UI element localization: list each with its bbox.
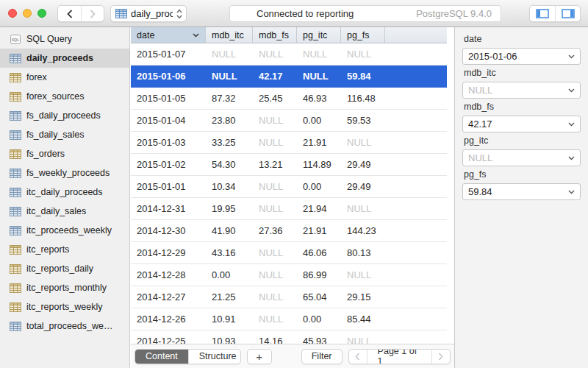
table-cell[interactable]: 29.15 — [341, 291, 385, 302]
sidebar-item-itc_daily_proceeds[interactable]: SQL itc_daily_proceeds — [0, 183, 129, 202]
table-cell[interactable]: 2014-12-31 — [131, 203, 206, 214]
sidebar-item-forex[interactable]: SQL forex — [0, 68, 129, 87]
table-cell[interactable]: 29.49 — [341, 181, 385, 192]
column-header-date[interactable]: date — [131, 27, 206, 43]
minimize-button[interactable] — [23, 9, 32, 18]
table-cell[interactable]: 21.91 — [297, 225, 341, 236]
table-cell[interactable]: 13.21 — [253, 159, 297, 170]
table-cell[interactable]: 45.93 — [297, 336, 341, 344]
table-row[interactable]: 2015-01-0333.25NULL21.91NULL — [131, 132, 447, 154]
table-cell[interactable]: 85.44 — [341, 314, 385, 325]
table-cell[interactable]: NULL — [253, 203, 297, 214]
back-button[interactable] — [58, 6, 81, 21]
table-row[interactable]: 2014-12-3119.95NULL21.94NULL — [131, 198, 447, 220]
table-cell[interactable]: 10.91 — [206, 314, 253, 325]
sidebar-item-fs_orders[interactable]: SQL fs_orders — [0, 144, 129, 163]
table-cell[interactable]: NULL — [341, 269, 385, 280]
table-cell[interactable]: 2014-12-28 — [131, 269, 206, 280]
table-cell[interactable]: NULL — [253, 247, 297, 258]
sidebar-item-forex_sources[interactable]: SQL forex_sources — [0, 87, 129, 106]
table-cell[interactable]: NULL — [341, 49, 385, 60]
table-cell[interactable]: 41.90 — [206, 225, 253, 236]
table-selector-dropdown[interactable]: daily_proceeds — [110, 5, 187, 22]
sidebar-item-itc_reports_daily[interactable]: SQL itc_reports_daily — [0, 259, 129, 278]
table-cell[interactable]: NULL — [253, 137, 297, 148]
table-cell[interactable]: 0.00 — [297, 314, 341, 325]
table-row[interactable]: 2015-01-06NULL42.17NULL59.84 — [131, 66, 447, 88]
table-cell[interactable]: NULL — [206, 49, 253, 60]
inspector-field-date[interactable]: 2015-01-06 — [462, 48, 581, 65]
table-cell[interactable]: NULL — [341, 336, 385, 344]
table-cell[interactable]: 14.16 — [253, 336, 297, 344]
table-cell[interactable]: 2014-12-26 — [131, 314, 206, 325]
table-cell[interactable]: 2015-01-07 — [131, 49, 206, 60]
column-header-pg_fs[interactable]: pg_fs — [341, 27, 385, 43]
table-cell[interactable]: 65.04 — [297, 291, 341, 302]
table-cell[interactable]: 21.91 — [297, 137, 341, 148]
table-row[interactable]: 2014-12-2943.16NULL46.0680.13 — [131, 242, 447, 264]
table-cell[interactable]: NULL — [297, 49, 341, 60]
table-cell[interactable]: 27.36 — [253, 225, 297, 236]
table-cell[interactable]: 2015-01-05 — [131, 93, 206, 104]
table-cell[interactable]: 0.00 — [206, 269, 253, 280]
table-cell[interactable]: 2014-12-30 — [131, 225, 206, 236]
table-cell[interactable]: 59.53 — [341, 115, 385, 126]
close-button[interactable] — [8, 9, 17, 18]
table-row[interactable]: 2014-12-2721.25NULL65.0429.15 — [131, 286, 447, 308]
table-cell[interactable]: NULL — [206, 71, 253, 82]
sidebar-item-itc_reports_monthly[interactable]: SQL itc_reports_monthly — [0, 278, 129, 297]
table-row[interactable]: 2014-12-280.00NULL86.99NULL — [131, 264, 447, 286]
table-cell[interactable]: 87.32 — [206, 93, 253, 104]
inspector-field-pg_itc[interactable]: NULL — [462, 149, 581, 166]
table-cell[interactable]: 2015-01-06 — [131, 71, 206, 82]
table-cell[interactable]: 33.25 — [206, 137, 253, 148]
sidebar-item-daily_proceeds[interactable]: SQL daily_proceeds — [0, 49, 129, 68]
sidebar-item-itc_daily_sales[interactable]: SQL itc_daily_sales — [0, 202, 129, 221]
table-cell[interactable]: 46.93 — [297, 93, 341, 104]
table-row[interactable]: 2015-01-0254.3013.21114.8929.49 — [131, 154, 447, 176]
table-cell[interactable]: 0.00 — [297, 115, 341, 126]
table-row[interactable]: 2014-12-3041.9027.3621.91144.23 — [131, 220, 447, 242]
previous-page-button[interactable] — [349, 350, 367, 364]
table-cell[interactable]: 59.84 — [341, 71, 385, 82]
sidebar-item-fs_weekly_proceeds[interactable]: SQL fs_weekly_proceeds — [0, 163, 129, 183]
table-cell[interactable]: 86.99 — [297, 269, 341, 280]
table-cell[interactable]: NULL — [253, 291, 297, 302]
table-cell[interactable]: NULL — [253, 269, 297, 280]
inspector-field-mdb_fs[interactable]: 42.17 — [462, 116, 581, 132]
sidebar-item-sqlquery[interactable]: SQL SQL Query — [0, 29, 129, 49]
filter-button[interactable]: Filter — [301, 349, 343, 364]
table-row[interactable]: 2015-01-07NULLNULLNULLNULL — [131, 43, 447, 66]
table-cell[interactable]: 116.48 — [341, 93, 385, 104]
table-cell[interactable]: NULL — [341, 203, 385, 214]
sidebar-item-fs_daily_sales[interactable]: SQL fs_daily_sales — [0, 125, 129, 144]
zoom-button[interactable] — [37, 9, 46, 18]
table-cell[interactable]: 21.25 — [206, 291, 253, 302]
sidebar-item-itc_reports[interactable]: SQL itc_reports — [0, 240, 129, 259]
next-page-button[interactable] — [432, 350, 450, 364]
table-cell[interactable]: 10.93 — [206, 336, 253, 344]
table-cell[interactable]: NULL — [253, 49, 297, 60]
table-cell[interactable]: 2015-01-04 — [131, 115, 206, 126]
tab-content[interactable]: Content — [135, 350, 188, 364]
table-row[interactable]: 2015-01-0587.3225.4546.93116.48 — [131, 88, 447, 110]
table-cell[interactable]: 23.80 — [206, 115, 253, 126]
table-cell[interactable]: 42.17 — [253, 71, 297, 82]
table-cell[interactable]: NULL — [253, 314, 297, 325]
table-cell[interactable]: 43.16 — [206, 247, 253, 258]
column-header-pg_itc[interactable]: pg_itc — [297, 27, 341, 43]
table-cell[interactable]: NULL — [297, 71, 341, 82]
table-row[interactable]: 2014-12-2610.91NULL0.0085.44 — [131, 308, 447, 330]
table-cell[interactable]: 10.34 — [206, 181, 253, 192]
table-cell[interactable]: 2015-01-03 — [131, 137, 206, 148]
tab-structure[interactable]: Structure — [188, 350, 241, 364]
table-row[interactable]: 2015-01-0110.34NULL0.0029.49 — [131, 176, 447, 198]
column-header-mdb_fs[interactable]: mdb_fs — [253, 27, 297, 43]
column-header-mdb_itc[interactable]: mdb_itc — [206, 27, 253, 43]
table-cell[interactable]: 2015-01-01 — [131, 181, 206, 192]
table-cell[interactable]: 0.00 — [297, 181, 341, 192]
table-cell[interactable]: 80.13 — [341, 247, 385, 258]
table-cell[interactable]: NULL — [253, 181, 297, 192]
sidebar-item-total_proceeds_we[interactable]: SQL total_proceeds_we… — [0, 316, 129, 336]
table-cell[interactable]: 2014-12-27 — [131, 291, 206, 302]
